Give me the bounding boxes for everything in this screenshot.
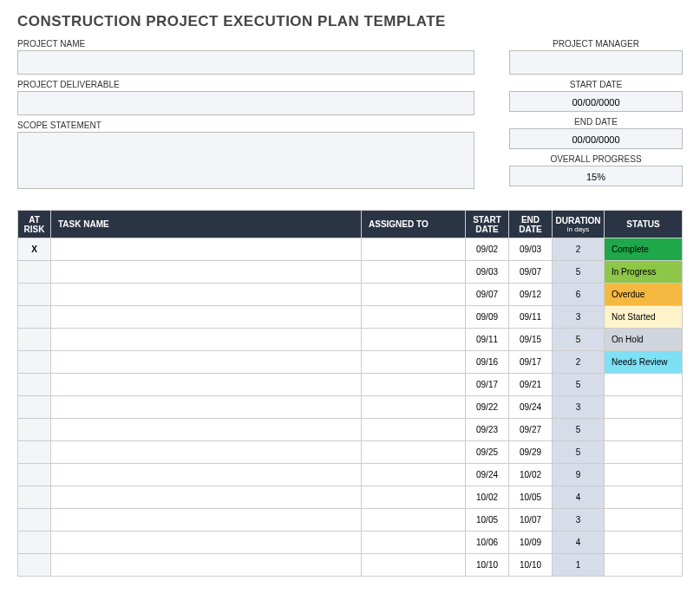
cell-assigned-to[interactable] (362, 329, 466, 351)
cell-assigned-to[interactable] (362, 238, 466, 261)
cell-assigned-to[interactable] (362, 396, 466, 419)
cell-start-date[interactable]: 09/02 (466, 238, 509, 261)
cell-status[interactable]: Overdue (605, 284, 683, 306)
cell-at-risk[interactable] (18, 284, 51, 306)
cell-status[interactable]: Complete (605, 238, 683, 261)
cell-end-date[interactable]: 09/15 (509, 329, 553, 351)
field-start-date: START DATE 00/00/0000 (509, 80, 683, 112)
cell-assigned-to[interactable] (362, 532, 466, 554)
cell-assigned-to[interactable] (362, 374, 466, 396)
cell-at-risk[interactable] (18, 441, 51, 464)
cell-at-risk[interactable] (18, 486, 51, 509)
cell-status[interactable] (605, 396, 683, 419)
cell-assigned-to[interactable] (362, 261, 466, 284)
cell-start-date[interactable]: 10/10 (466, 554, 509, 577)
cell-status[interactable] (605, 486, 683, 509)
cell-start-date[interactable]: 09/23 (466, 419, 509, 441)
cell-status[interactable] (605, 532, 683, 554)
input-end-date[interactable]: 00/00/0000 (509, 128, 683, 149)
cell-duration: 4 (553, 532, 605, 554)
cell-status[interactable] (605, 374, 683, 396)
input-start-date[interactable]: 00/00/0000 (509, 91, 683, 112)
cell-end-date[interactable]: 10/09 (509, 532, 553, 554)
cell-end-date[interactable]: 09/07 (509, 261, 553, 284)
cell-task-name[interactable] (51, 329, 362, 351)
cell-assigned-to[interactable] (362, 419, 466, 441)
cell-status[interactable]: Needs Review (605, 351, 683, 374)
cell-task-name[interactable] (51, 238, 362, 261)
cell-status[interactable] (605, 441, 683, 464)
cell-assigned-to[interactable] (362, 509, 466, 532)
cell-end-date[interactable]: 09/12 (509, 284, 553, 306)
cell-at-risk[interactable] (18, 329, 51, 351)
cell-end-date[interactable]: 10/07 (509, 509, 553, 532)
cell-status[interactable]: In Progress (605, 261, 683, 284)
cell-task-name[interactable] (51, 306, 362, 329)
cell-end-date[interactable]: 09/21 (509, 374, 553, 396)
cell-assigned-to[interactable] (362, 441, 466, 464)
cell-duration: 5 (553, 261, 605, 284)
cell-start-date[interactable]: 10/05 (466, 509, 509, 532)
cell-start-date[interactable]: 09/03 (466, 261, 509, 284)
cell-start-date[interactable]: 09/24 (466, 464, 509, 486)
cell-start-date[interactable]: 09/22 (466, 396, 509, 419)
input-project-deliverable[interactable] (17, 91, 474, 115)
cell-assigned-to[interactable] (362, 284, 466, 306)
cell-start-date[interactable]: 10/02 (466, 486, 509, 509)
cell-task-name[interactable] (51, 464, 362, 486)
cell-task-name[interactable] (51, 554, 362, 577)
cell-end-date[interactable]: 10/10 (509, 554, 553, 577)
cell-status[interactable] (605, 464, 683, 486)
cell-status[interactable] (605, 509, 683, 532)
cell-end-date[interactable]: 09/29 (509, 441, 553, 464)
cell-at-risk[interactable]: X (18, 238, 51, 261)
cell-status[interactable]: On Hold (605, 329, 683, 351)
cell-start-date[interactable]: 09/16 (466, 351, 509, 374)
input-project-manager[interactable] (509, 50, 683, 75)
cell-at-risk[interactable] (18, 554, 51, 577)
cell-end-date[interactable]: 09/03 (509, 238, 553, 261)
cell-at-risk[interactable] (18, 306, 51, 329)
cell-at-risk[interactable] (18, 396, 51, 419)
cell-end-date[interactable]: 10/02 (509, 464, 553, 486)
cell-task-name[interactable] (51, 509, 362, 532)
cell-task-name[interactable] (51, 419, 362, 441)
cell-assigned-to[interactable] (362, 464, 466, 486)
cell-at-risk[interactable] (18, 532, 51, 554)
cell-end-date[interactable]: 09/27 (509, 419, 553, 441)
input-project-name[interactable] (17, 50, 474, 75)
cell-task-name[interactable] (51, 441, 362, 464)
cell-start-date[interactable]: 09/25 (466, 441, 509, 464)
cell-task-name[interactable] (51, 532, 362, 554)
cell-start-date[interactable]: 09/07 (466, 284, 509, 306)
cell-start-date[interactable]: 10/06 (466, 532, 509, 554)
cell-task-name[interactable] (51, 351, 362, 374)
cell-end-date[interactable]: 09/11 (509, 306, 553, 329)
cell-at-risk[interactable] (18, 351, 51, 374)
cell-start-date[interactable]: 09/11 (466, 329, 509, 351)
cell-end-date[interactable]: 09/17 (509, 351, 553, 374)
cell-assigned-to[interactable] (362, 486, 466, 509)
cell-assigned-to[interactable] (362, 554, 466, 577)
cell-task-name[interactable] (51, 486, 362, 509)
input-scope-statement[interactable] (17, 132, 474, 189)
cell-end-date[interactable]: 10/05 (509, 486, 553, 509)
cell-start-date[interactable]: 09/09 (466, 306, 509, 329)
cell-at-risk[interactable] (18, 374, 51, 396)
cell-start-date[interactable]: 09/17 (466, 374, 509, 396)
table-row: 09/1609/172Needs Review (18, 351, 683, 374)
cell-status[interactable] (605, 554, 683, 577)
cell-assigned-to[interactable] (362, 351, 466, 374)
cell-end-date[interactable]: 09/24 (509, 396, 553, 419)
cell-task-name[interactable] (51, 261, 362, 284)
cell-at-risk[interactable] (18, 419, 51, 441)
cell-task-name[interactable] (51, 396, 362, 419)
cell-at-risk[interactable] (18, 509, 51, 532)
cell-task-name[interactable] (51, 284, 362, 306)
cell-status[interactable]: Not Started (605, 306, 683, 329)
cell-task-name[interactable] (51, 374, 362, 396)
cell-status[interactable] (605, 419, 683, 441)
cell-assigned-to[interactable] (362, 306, 466, 329)
cell-at-risk[interactable] (18, 464, 51, 486)
cell-at-risk[interactable] (18, 261, 51, 284)
